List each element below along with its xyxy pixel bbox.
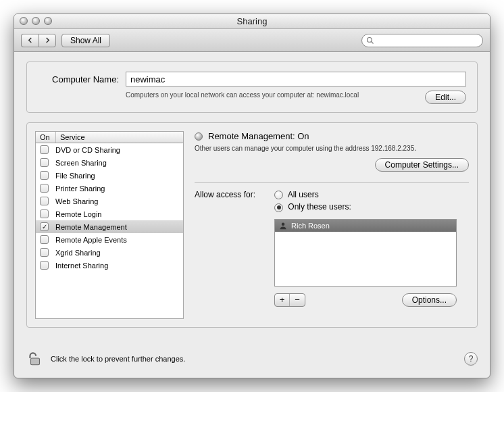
service-row[interactable]: Remote Apple Events (36, 233, 183, 246)
service-checkbox[interactable] (40, 145, 49, 154)
service-label: Printer Sharing (55, 184, 105, 193)
svg-line-1 (372, 41, 374, 43)
footer: Click the lock to prevent further change… (14, 340, 490, 378)
access-label: Allow access for: (195, 190, 269, 199)
preferences-window: Sharing Show All Computer Name: Computer… (14, 14, 490, 378)
nav-buttons (21, 34, 56, 47)
add-remove-buttons: + − (274, 293, 305, 307)
user-row[interactable]: Rich Rosen (275, 220, 456, 232)
unlocked-lock-icon (26, 349, 44, 367)
service-label: Remote Login (55, 210, 102, 218)
edit-hostname-button[interactable]: Edit... (425, 91, 466, 104)
toolbar: Show All (14, 29, 490, 52)
radio-icon (274, 203, 283, 212)
radio-only-label: Only these users: (288, 202, 351, 212)
radio-icon (274, 191, 283, 199)
service-checkbox[interactable] (40, 171, 49, 180)
lock-hint: Click the lock to prevent further change… (51, 355, 185, 363)
zoom-window-button[interactable] (44, 17, 52, 25)
minimize-window-button[interactable] (32, 17, 40, 25)
service-label: Screen Sharing (55, 159, 107, 167)
forward-button[interactable] (39, 34, 56, 47)
services-panel: On Service DVD or CD SharingScreen Shari… (26, 122, 478, 328)
radio-only-these-users[interactable]: Only these users: (274, 202, 457, 212)
search-field[interactable] (361, 34, 483, 47)
service-row[interactable]: Printer Sharing (36, 182, 183, 195)
status-text: Remote Management: On (208, 131, 309, 141)
service-row[interactable]: Remote Login (36, 207, 183, 220)
service-checkbox[interactable] (40, 235, 49, 244)
column-service[interactable]: Service (56, 132, 183, 143)
service-checkbox[interactable] (40, 197, 49, 205)
radio-all-users[interactable]: All users (274, 190, 457, 199)
users-list[interactable]: Rich Rosen (274, 219, 457, 287)
service-row[interactable]: DVD or CD Sharing (36, 143, 183, 156)
window-title: Sharing (14, 16, 490, 26)
column-on[interactable]: On (36, 132, 56, 143)
services-list: On Service DVD or CD SharingScreen Shari… (35, 131, 184, 319)
service-row[interactable]: Web Sharing (36, 195, 183, 207)
status-indicator-icon (195, 132, 203, 141)
radio-all-label: All users (288, 190, 319, 199)
service-checkbox[interactable]: ✓ (40, 222, 49, 231)
service-row[interactable]: Xgrid Sharing (36, 246, 183, 259)
services-list-body: DVD or CD SharingScreen SharingFile Shar… (35, 143, 184, 319)
lock-button[interactable] (26, 349, 44, 368)
service-detail: Remote Management: On Other users can ma… (195, 131, 469, 319)
service-row[interactable]: Screen Sharing (36, 156, 183, 169)
titlebar: Sharing (14, 14, 490, 29)
service-checkbox[interactable] (40, 184, 49, 193)
service-label: Xgrid Sharing (55, 249, 101, 257)
search-icon (366, 36, 374, 45)
add-user-button[interactable]: + (275, 294, 290, 306)
remove-user-button[interactable]: − (290, 294, 305, 306)
close-window-button[interactable] (20, 17, 28, 25)
svg-point-2 (282, 222, 285, 226)
computer-name-label: Computer Name: (38, 74, 119, 84)
help-button[interactable]: ? (464, 352, 478, 366)
services-header: On Service (35, 131, 184, 143)
service-label: Web Sharing (55, 197, 98, 205)
computer-name-hint: Computers on your local network can acce… (126, 91, 425, 104)
access-section: Allow access for: All users Only these u… (195, 190, 469, 307)
person-icon (279, 222, 287, 230)
service-label: DVD or CD Sharing (55, 146, 120, 154)
service-checkbox[interactable] (40, 261, 49, 270)
service-label: Internet Sharing (55, 262, 108, 270)
service-checkbox[interactable] (40, 248, 49, 257)
service-label: File Sharing (55, 172, 95, 180)
service-description: Other users can manage your computer usi… (195, 144, 469, 153)
service-row[interactable]: Internet Sharing (36, 259, 183, 272)
service-checkbox[interactable] (40, 158, 49, 167)
options-button[interactable]: Options... (402, 293, 457, 307)
show-all-button[interactable]: Show All (61, 34, 110, 47)
computer-settings-button[interactable]: Computer Settings... (375, 158, 469, 172)
computer-name-panel: Computer Name: Computers on your local n… (26, 61, 478, 113)
computer-name-input[interactable] (126, 72, 466, 86)
service-row[interactable]: File Sharing (36, 169, 183, 182)
separator (195, 182, 469, 183)
service-row[interactable]: ✓Remote Management (36, 220, 183, 233)
window-controls (20, 17, 52, 25)
back-button[interactable] (21, 34, 39, 47)
service-label: Remote Management (55, 223, 127, 231)
service-checkbox[interactable] (40, 209, 49, 218)
svg-rect-3 (31, 358, 40, 365)
service-label: Remote Apple Events (55, 236, 127, 244)
svg-point-0 (368, 37, 372, 42)
user-name: Rich Rosen (291, 222, 330, 230)
